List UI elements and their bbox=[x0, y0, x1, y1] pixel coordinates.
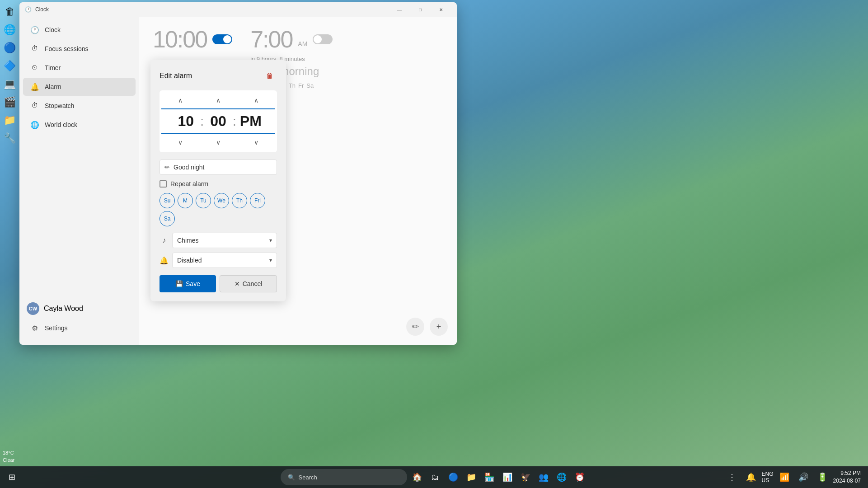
stopwatch-nav-icon: ⏱ bbox=[30, 101, 39, 110]
time-picker: ∧ ∧ ∧ 10 : 00 : PM ∨ ∨ ∨ bbox=[160, 90, 277, 152]
delete-alarm-button[interactable]: 🗑 bbox=[263, 69, 277, 83]
desktop-icon-chrome[interactable]: 🌐 bbox=[2, 22, 18, 38]
sidebar-item-clock[interactable]: 🕐 Clock bbox=[23, 21, 136, 39]
day-button-we[interactable]: We bbox=[214, 193, 229, 208]
period-up-arrow[interactable]: ∧ bbox=[243, 94, 270, 107]
sound-dropdown[interactable]: Chimes ▾ bbox=[172, 233, 277, 248]
hour-down-arrow[interactable]: ∨ bbox=[167, 136, 194, 149]
sidebar: 🕐 Clock ⏱ Focus sessions ⏲ Timer 🔔 Alarm… bbox=[19, 17, 139, 345]
desktop-icon-vlc[interactable]: 🎬 bbox=[2, 94, 18, 110]
system-tray-expand[interactable]: ⋮ bbox=[724, 469, 740, 485]
dialog-header: Edit alarm 🗑 bbox=[160, 69, 277, 83]
sidebar-item-settings[interactable]: ⚙ Settings bbox=[23, 319, 136, 337]
day-button-su[interactable]: Su bbox=[160, 193, 175, 208]
sidebar-item-focus[interactable]: ⏱ Focus sessions bbox=[23, 40, 136, 58]
battery-icon[interactable]: 🔋 bbox=[814, 469, 830, 485]
time-arrows-bottom: ∨ ∨ ∨ bbox=[161, 134, 275, 150]
day-button-tu[interactable]: Tu bbox=[196, 193, 211, 208]
search-bar[interactable]: 🔍 Search bbox=[281, 469, 407, 485]
settings-icon: ⚙ bbox=[30, 324, 39, 333]
period-down-arrow[interactable]: ∨ bbox=[243, 136, 270, 149]
cancel-icon: ✕ bbox=[235, 280, 240, 287]
timer-nav-icon: ⏲ bbox=[30, 63, 39, 72]
alarm-time-2: 7:00 bbox=[250, 26, 292, 53]
day-button-m[interactable]: M bbox=[178, 193, 193, 208]
sidebar-item-worldclock[interactable]: 🌐 World clock bbox=[23, 116, 136, 134]
desktop-icon-remote[interactable]: 💻 bbox=[2, 76, 18, 92]
dialog-title: Edit alarm bbox=[160, 72, 192, 80]
sidebar-label-focus: Focus sessions bbox=[45, 45, 88, 52]
taskbar-app-8[interactable]: 👥 bbox=[535, 469, 552, 485]
desktop-icon-edge[interactable]: 🔷 bbox=[2, 58, 18, 74]
taskbar-app-7[interactable]: 🦅 bbox=[517, 469, 534, 485]
user-name: Cayla Wood bbox=[44, 305, 83, 313]
day-button-fri[interactable]: Fri bbox=[250, 193, 265, 208]
taskbar-app-3[interactable]: 🔵 bbox=[445, 469, 461, 485]
alarm-time-row-1: 10:00 bbox=[153, 26, 232, 53]
edit-fab-button[interactable]: ✏ bbox=[406, 318, 424, 336]
time-period[interactable]: PM bbox=[237, 113, 264, 130]
minute-down-arrow[interactable]: ∨ bbox=[205, 136, 232, 149]
edit-fab-icon: ✏ bbox=[412, 322, 419, 332]
sound-row: ♪ Chimes ▾ bbox=[160, 233, 277, 248]
focus-nav-icon: ⏱ bbox=[30, 44, 39, 53]
taskbar-notification[interactable]: 🔔 bbox=[743, 469, 759, 485]
repeat-checkbox[interactable] bbox=[160, 180, 167, 188]
taskbar-time[interactable]: 9:52 PM 2024-08-07 bbox=[833, 469, 861, 485]
add-fab-icon: + bbox=[436, 322, 441, 332]
add-alarm-button[interactable]: + bbox=[430, 318, 448, 336]
taskbar-app-9[interactable]: 🌐 bbox=[554, 469, 570, 485]
hour-up-arrow[interactable]: ∧ bbox=[167, 94, 194, 107]
wifi-icon[interactable]: 📶 bbox=[776, 469, 793, 485]
taskbar-app-6[interactable]: 📊 bbox=[499, 469, 516, 485]
taskbar-app-5[interactable]: 🏪 bbox=[481, 469, 497, 485]
start-button[interactable]: ⊞ bbox=[4, 469, 20, 485]
volume-icon[interactable]: 🔊 bbox=[795, 469, 812, 485]
taskbar-app-4[interactable]: 📁 bbox=[463, 469, 479, 485]
search-icon: 🔍 bbox=[288, 474, 295, 481]
time-display: 10 : 00 : PM bbox=[161, 108, 275, 134]
sound-chevron-icon: ▾ bbox=[269, 237, 272, 244]
maximize-button[interactable]: □ bbox=[410, 2, 431, 17]
desktop-icon-folder[interactable]: 📁 bbox=[2, 112, 18, 128]
taskbar-app-2[interactable]: 🗂 bbox=[427, 469, 443, 485]
minute-up-arrow[interactable]: ∧ bbox=[205, 94, 232, 107]
app-window: 🕐 Clock — □ ✕ 🕐 Clock ⏱ Focus sessions ⏲… bbox=[19, 2, 457, 345]
taskbar: ⊞ 🔍 Search 🏠 🗂 🔵 📁 🏪 📊 🦅 👥 🌐 ⏰ ⋮ 🔔 ENGUS… bbox=[0, 466, 868, 488]
save-icon: 💾 bbox=[175, 280, 183, 287]
sidebar-item-timer[interactable]: ⏲ Timer bbox=[23, 59, 136, 77]
sidebar-label-stopwatch: Stopwatch bbox=[45, 102, 74, 109]
snooze-chevron-icon: ▾ bbox=[269, 257, 272, 263]
day-sa: Sa bbox=[306, 82, 314, 89]
user-avatar: CW bbox=[27, 302, 39, 315]
desktop-icon-smart[interactable]: 🔧 bbox=[2, 130, 18, 146]
taskbar-app-clock[interactable]: ⏰ bbox=[572, 469, 588, 485]
desktop-icon-google[interactable]: 🔵 bbox=[2, 40, 18, 56]
title-bar-title: 🕐 Clock bbox=[25, 6, 49, 13]
minimize-button[interactable]: — bbox=[389, 2, 410, 17]
snooze-icon: 🔔 bbox=[160, 256, 169, 265]
alarm-nav-icon: 🔔 bbox=[30, 82, 39, 91]
alarm-name-input[interactable] bbox=[174, 164, 272, 171]
time-minute[interactable]: 00 bbox=[205, 113, 232, 130]
sidebar-item-alarm[interactable]: 🔔 Alarm bbox=[23, 78, 136, 96]
taskbar-app-1[interactable]: 🏠 bbox=[409, 469, 425, 485]
day-button-sa[interactable]: Sa bbox=[160, 211, 175, 226]
user-section[interactable]: CW Cayla Wood bbox=[19, 299, 139, 319]
sidebar-item-stopwatch[interactable]: ⏱ Stopwatch bbox=[23, 97, 136, 115]
alarm-toggle-2[interactable] bbox=[313, 34, 333, 44]
save-button[interactable]: 💾 Save bbox=[160, 275, 216, 292]
fab-row: ✏ + bbox=[406, 318, 448, 336]
alarm-name-row: ✏ bbox=[160, 160, 277, 175]
sidebar-bottom: CW Cayla Wood ⚙ Settings bbox=[19, 295, 139, 341]
day-button-th[interactable]: Th bbox=[232, 193, 247, 208]
weather-condition: Clear bbox=[3, 457, 14, 464]
snooze-dropdown[interactable]: Disabled ▾ bbox=[172, 253, 277, 268]
cancel-button[interactable]: ✕ Cancel bbox=[220, 275, 277, 292]
alarm-toggle-1[interactable] bbox=[212, 34, 232, 44]
desktop-icon-recycle[interactable]: 🗑 bbox=[2, 4, 18, 20]
day-buttons: Su M Tu We Th Fri Sa bbox=[160, 193, 277, 226]
time-hour[interactable]: 10 bbox=[172, 113, 199, 130]
close-button[interactable]: ✕ bbox=[431, 2, 451, 17]
snooze-value: Disabled bbox=[177, 257, 202, 264]
